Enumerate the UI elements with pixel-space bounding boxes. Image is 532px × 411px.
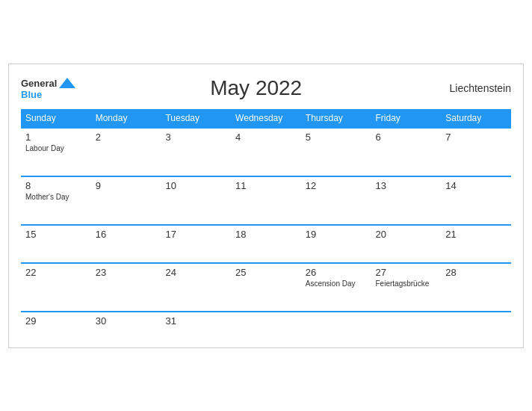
day-number: 28 <box>445 267 507 278</box>
day-number: 21 <box>445 229 507 240</box>
day-cell: 18 <box>231 225 301 263</box>
day-cell <box>231 312 301 342</box>
col-thursday: Thursday <box>301 109 371 128</box>
week-row-2: 15161718192021 <box>21 225 511 263</box>
day-cell: 2 <box>91 128 161 176</box>
logo-flag-icon <box>59 76 75 90</box>
day-number: 7 <box>445 132 507 143</box>
calendar-header: General Blue May 2022 Liechtenstein <box>21 76 511 100</box>
day-cell: 19 <box>301 225 371 263</box>
day-cell: 28 <box>441 263 511 312</box>
day-cell: 3 <box>161 128 231 176</box>
day-cell: 24 <box>161 263 231 312</box>
day-number: 19 <box>306 229 367 240</box>
day-number: 3 <box>165 132 226 143</box>
calendar-container: General Blue May 2022 Liechtenstein Sund… <box>8 64 524 348</box>
col-friday: Friday <box>371 109 442 128</box>
svg-marker-0 <box>59 78 75 88</box>
day-number: 23 <box>96 267 157 278</box>
week-row-1: 8Mother's Day91011121314 <box>21 176 511 225</box>
logo-blue-text: Blue <box>21 90 42 99</box>
day-cell: 6 <box>371 128 442 176</box>
day-cell: 22 <box>21 263 91 312</box>
day-cell: 30 <box>91 312 161 342</box>
day-cell <box>441 312 511 342</box>
day-cell: 25 <box>231 263 301 312</box>
day-number: 22 <box>25 267 87 278</box>
day-number: 10 <box>165 180 226 191</box>
day-number: 8 <box>25 180 87 191</box>
col-monday: Monday <box>91 109 161 128</box>
day-number: 15 <box>25 229 87 240</box>
col-tuesday: Tuesday <box>161 109 231 128</box>
day-cell: 4 <box>231 128 301 176</box>
month-title: May 2022 <box>75 76 436 100</box>
calendar-grid: Sunday Monday Tuesday Wednesday Thursday… <box>21 109 511 342</box>
day-number: 4 <box>235 132 297 143</box>
day-cell: 7 <box>441 128 511 176</box>
day-cell: 10 <box>161 176 231 225</box>
day-number: 16 <box>96 229 157 240</box>
day-cell: 8Mother's Day <box>21 176 91 225</box>
day-cell: 16 <box>91 225 161 263</box>
day-number: 12 <box>306 180 367 191</box>
day-cell: 20 <box>371 225 442 263</box>
day-cell: 27Feiertagsbrücke <box>371 263 442 312</box>
day-number: 20 <box>376 229 437 240</box>
day-number: 2 <box>96 132 157 143</box>
holiday-name: Labour Day <box>25 144 87 153</box>
day-cell: 13 <box>371 176 442 225</box>
day-number: 25 <box>235 267 297 278</box>
day-number: 31 <box>165 315 226 327</box>
day-number: 24 <box>165 267 226 278</box>
day-cell: 1Labour Day <box>21 128 91 176</box>
day-cell: 12 <box>301 176 371 225</box>
col-saturday: Saturday <box>441 109 511 128</box>
logo: General Blue <box>21 76 75 99</box>
day-number: 26 <box>306 267 367 278</box>
day-cell <box>371 312 442 342</box>
holiday-name: Mother's Day <box>25 193 87 202</box>
day-cell: 14 <box>441 176 511 225</box>
day-cell: 9 <box>91 176 161 225</box>
holiday-name: Ascension Day <box>306 279 367 288</box>
header-row: Sunday Monday Tuesday Wednesday Thursday… <box>21 109 511 128</box>
country-name: Liechtenstein <box>436 82 511 94</box>
day-number: 5 <box>306 132 367 143</box>
week-row-0: 1Labour Day234567 <box>21 128 511 176</box>
holiday-name: Feiertagsbrücke <box>376 279 437 288</box>
day-number: 11 <box>235 180 297 191</box>
day-cell: 15 <box>21 225 91 263</box>
day-number: 14 <box>445 180 507 191</box>
day-number: 27 <box>376 267 437 278</box>
day-number: 30 <box>96 315 157 327</box>
day-cell: 11 <box>231 176 301 225</box>
day-number: 1 <box>25 132 87 143</box>
day-cell: 17 <box>161 225 231 263</box>
day-number: 13 <box>376 180 437 191</box>
day-number: 9 <box>96 180 157 191</box>
day-number: 6 <box>376 132 437 143</box>
day-number: 17 <box>165 229 226 240</box>
week-row-3: 2223242526Ascension Day27Feiertagsbrücke… <box>21 263 511 312</box>
day-cell: 31 <box>161 312 231 342</box>
day-cell: 26Ascension Day <box>301 263 371 312</box>
col-wednesday: Wednesday <box>231 109 301 128</box>
day-cell <box>301 312 371 342</box>
logo-general-text: General <box>21 78 57 88</box>
day-cell: 21 <box>441 225 511 263</box>
day-number: 18 <box>235 229 297 240</box>
col-sunday: Sunday <box>21 109 91 128</box>
day-cell: 23 <box>91 263 161 312</box>
week-row-4: 293031 <box>21 312 511 342</box>
day-number: 29 <box>25 315 87 327</box>
day-cell: 29 <box>21 312 91 342</box>
day-cell: 5 <box>301 128 371 176</box>
